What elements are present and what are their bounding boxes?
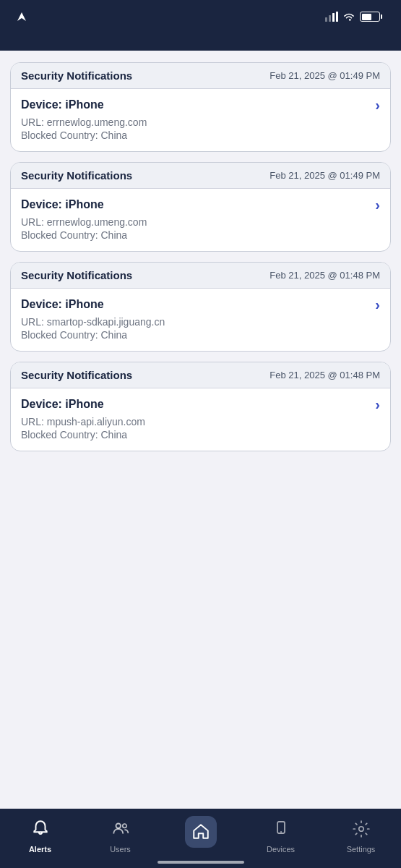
card-header: Security Notifications Feb 21, 2025 @ 01… bbox=[11, 163, 390, 189]
card-header-title: Security Notifications bbox=[21, 69, 132, 82]
card-device-row: Device: iPhone › bbox=[21, 197, 380, 212]
home-icon bbox=[185, 816, 217, 848]
svg-rect-2 bbox=[329, 15, 331, 22]
status-icons bbox=[325, 12, 387, 22]
card-device-row: Device: iPhone › bbox=[21, 297, 380, 312]
card-header: Security Notifications Feb 21, 2025 @ 01… bbox=[11, 263, 390, 289]
tab-settings[interactable]: Settings bbox=[321, 816, 401, 854]
card-header-title: Security Notifications bbox=[21, 369, 132, 381]
card-body: Device: iPhone › URL: smartop-sdkapi.jig… bbox=[11, 289, 390, 351]
alert-card-2[interactable]: Security Notifications Feb 21, 2025 @ 01… bbox=[10, 162, 391, 252]
svg-point-9 bbox=[358, 827, 363, 832]
signal-icon bbox=[325, 12, 338, 22]
svg-rect-3 bbox=[332, 13, 335, 22]
card-header: Security Notifications Feb 21, 2025 @ 01… bbox=[11, 63, 390, 89]
svg-point-5 bbox=[116, 823, 121, 828]
wifi-icon bbox=[342, 12, 355, 22]
card-header-title: Security Notifications bbox=[21, 269, 132, 281]
card-device-row: Device: iPhone › bbox=[21, 98, 380, 112]
svg-rect-4 bbox=[336, 12, 338, 22]
tab-bar: Alerts Users Devices bbox=[0, 809, 401, 868]
users-icon bbox=[108, 816, 134, 842]
card-device-name: Device: iPhone bbox=[21, 398, 104, 411]
card-header: Security Notifications Feb 21, 2025 @ 01… bbox=[11, 362, 390, 388]
card-blocked-country: Blocked Country: China bbox=[21, 129, 380, 141]
card-body: Device: iPhone › URL: mpush-api.aliyun.c… bbox=[11, 388, 390, 451]
page-header bbox=[0, 32, 401, 51]
alerts-icon bbox=[27, 816, 53, 842]
tab-devices-label: Devices bbox=[267, 845, 295, 854]
home-indicator bbox=[158, 861, 244, 864]
alert-card-3[interactable]: Security Notifications Feb 21, 2025 @ 01… bbox=[10, 262, 391, 352]
card-url: URL: mpush-api.aliyun.com bbox=[21, 416, 380, 427]
card-header-date: Feb 21, 2025 @ 01:48 PM bbox=[270, 270, 380, 281]
tab-users-label: Users bbox=[110, 845, 131, 854]
chevron-right-icon: › bbox=[375, 98, 380, 112]
card-header-title: Security Notifications bbox=[21, 169, 132, 182]
card-header-date: Feb 21, 2025 @ 01:48 PM bbox=[270, 370, 380, 380]
card-header-date: Feb 21, 2025 @ 01:49 PM bbox=[270, 170, 380, 181]
alert-card-4[interactable]: Security Notifications Feb 21, 2025 @ 01… bbox=[10, 362, 391, 451]
svg-point-8 bbox=[280, 831, 282, 833]
card-url: URL: smartop-sdkapi.jiguang.cn bbox=[21, 316, 380, 328]
card-blocked-country: Blocked Country: China bbox=[21, 229, 380, 241]
settings-icon bbox=[348, 816, 374, 842]
card-body: Device: iPhone › URL: errnewlog.umeng.co… bbox=[11, 189, 390, 251]
card-header-date: Feb 21, 2025 @ 01:49 PM bbox=[270, 70, 380, 81]
card-blocked-country: Blocked Country: China bbox=[21, 329, 380, 341]
tab-settings-label: Settings bbox=[347, 845, 376, 854]
chevron-right-icon: › bbox=[375, 197, 380, 212]
battery-icon bbox=[360, 12, 382, 22]
alerts-list: Security Notifications Feb 21, 2025 @ 01… bbox=[0, 51, 401, 796]
card-device-name: Device: iPhone bbox=[21, 98, 104, 111]
card-url: URL: errnewlog.umeng.com bbox=[21, 116, 380, 128]
tab-home[interactable] bbox=[160, 816, 241, 848]
card-device-name: Device: iPhone bbox=[21, 298, 104, 311]
svg-rect-1 bbox=[325, 17, 327, 22]
tab-devices[interactable]: Devices bbox=[241, 816, 321, 854]
svg-marker-0 bbox=[17, 12, 26, 21]
chevron-right-icon: › bbox=[375, 397, 380, 412]
svg-point-6 bbox=[122, 824, 126, 827]
chevron-right-icon: › bbox=[375, 297, 380, 312]
nav-arrow-icon bbox=[17, 12, 26, 21]
card-device-name: Device: iPhone bbox=[21, 198, 104, 211]
card-url: URL: errnewlog.umeng.com bbox=[21, 216, 380, 228]
tab-alerts-label: Alerts bbox=[29, 845, 51, 854]
card-device-row: Device: iPhone › bbox=[21, 397, 380, 412]
alert-card-1[interactable]: Security Notifications Feb 21, 2025 @ 01… bbox=[10, 62, 391, 152]
tab-alerts[interactable]: Alerts bbox=[0, 816, 80, 854]
status-bar bbox=[0, 0, 401, 32]
card-blocked-country: Blocked Country: China bbox=[21, 429, 380, 441]
status-time bbox=[14, 12, 26, 21]
tab-users[interactable]: Users bbox=[80, 816, 160, 854]
devices-icon bbox=[268, 816, 294, 842]
card-body: Device: iPhone › URL: errnewlog.umeng.co… bbox=[11, 89, 390, 151]
